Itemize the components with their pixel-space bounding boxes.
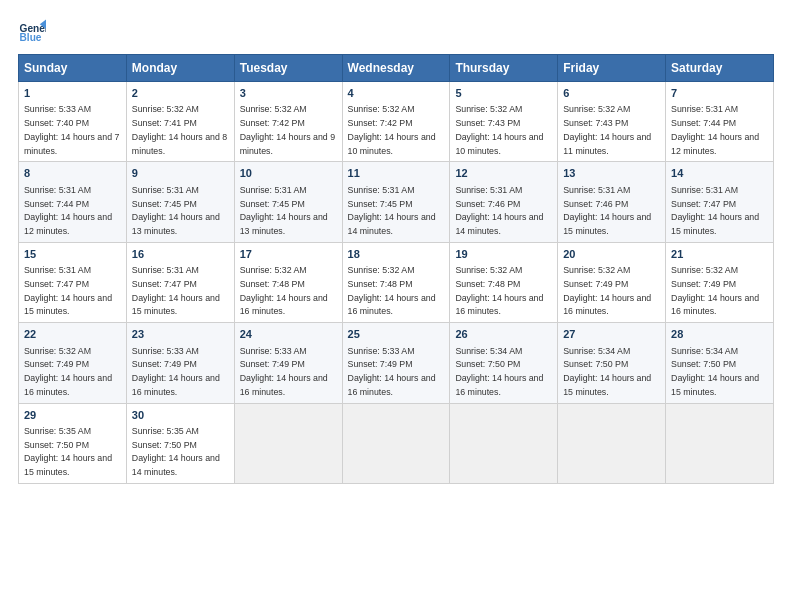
day-info: Sunrise: 5:31 AMSunset: 7:47 PMDaylight:…	[671, 185, 759, 236]
day-info: Sunrise: 5:32 AMSunset: 7:42 PMDaylight:…	[348, 104, 436, 155]
calendar-cell: 18 Sunrise: 5:32 AMSunset: 7:48 PMDaylig…	[342, 242, 450, 322]
calendar-cell: 17 Sunrise: 5:32 AMSunset: 7:48 PMDaylig…	[234, 242, 342, 322]
calendar-cell: 1 Sunrise: 5:33 AMSunset: 7:40 PMDayligh…	[19, 82, 127, 162]
day-number: 3	[240, 86, 337, 101]
day-info: Sunrise: 5:32 AMSunset: 7:42 PMDaylight:…	[240, 104, 335, 155]
calendar-cell: 4 Sunrise: 5:32 AMSunset: 7:42 PMDayligh…	[342, 82, 450, 162]
calendar-cell: 9 Sunrise: 5:31 AMSunset: 7:45 PMDayligh…	[126, 162, 234, 242]
calendar-cell: 8 Sunrise: 5:31 AMSunset: 7:44 PMDayligh…	[19, 162, 127, 242]
calendar-cell: 3 Sunrise: 5:32 AMSunset: 7:42 PMDayligh…	[234, 82, 342, 162]
day-info: Sunrise: 5:32 AMSunset: 7:49 PMDaylight:…	[563, 265, 651, 316]
header: General Blue	[18, 18, 774, 46]
page: General Blue SundayMondayTuesdayWednesda…	[0, 0, 792, 612]
calendar-cell	[342, 403, 450, 483]
calendar-cell: 25 Sunrise: 5:33 AMSunset: 7:49 PMDaylig…	[342, 323, 450, 403]
day-info: Sunrise: 5:32 AMSunset: 7:48 PMDaylight:…	[240, 265, 328, 316]
day-number: 19	[455, 247, 552, 262]
header-cell-wednesday: Wednesday	[342, 55, 450, 82]
day-info: Sunrise: 5:34 AMSunset: 7:50 PMDaylight:…	[671, 346, 759, 397]
day-info: Sunrise: 5:31 AMSunset: 7:44 PMDaylight:…	[671, 104, 759, 155]
day-info: Sunrise: 5:31 AMSunset: 7:45 PMDaylight:…	[132, 185, 220, 236]
calendar-cell: 11 Sunrise: 5:31 AMSunset: 7:45 PMDaylig…	[342, 162, 450, 242]
logo-icon: General Blue	[18, 18, 46, 46]
day-number: 13	[563, 166, 660, 181]
day-info: Sunrise: 5:32 AMSunset: 7:49 PMDaylight:…	[24, 346, 112, 397]
day-info: Sunrise: 5:32 AMSunset: 7:43 PMDaylight:…	[455, 104, 543, 155]
day-number: 23	[132, 327, 229, 342]
day-number: 28	[671, 327, 768, 342]
day-info: Sunrise: 5:35 AMSunset: 7:50 PMDaylight:…	[24, 426, 112, 477]
day-number: 11	[348, 166, 445, 181]
calendar-cell: 16 Sunrise: 5:31 AMSunset: 7:47 PMDaylig…	[126, 242, 234, 322]
day-info: Sunrise: 5:34 AMSunset: 7:50 PMDaylight:…	[455, 346, 543, 397]
day-number: 16	[132, 247, 229, 262]
day-number: 14	[671, 166, 768, 181]
day-number: 29	[24, 408, 121, 423]
calendar-cell: 7 Sunrise: 5:31 AMSunset: 7:44 PMDayligh…	[666, 82, 774, 162]
day-info: Sunrise: 5:31 AMSunset: 7:45 PMDaylight:…	[348, 185, 436, 236]
calendar-cell: 19 Sunrise: 5:32 AMSunset: 7:48 PMDaylig…	[450, 242, 558, 322]
day-info: Sunrise: 5:33 AMSunset: 7:49 PMDaylight:…	[348, 346, 436, 397]
calendar-cell: 22 Sunrise: 5:32 AMSunset: 7:49 PMDaylig…	[19, 323, 127, 403]
calendar-cell: 10 Sunrise: 5:31 AMSunset: 7:45 PMDaylig…	[234, 162, 342, 242]
day-info: Sunrise: 5:32 AMSunset: 7:49 PMDaylight:…	[671, 265, 759, 316]
calendar-cell: 20 Sunrise: 5:32 AMSunset: 7:49 PMDaylig…	[558, 242, 666, 322]
day-info: Sunrise: 5:32 AMSunset: 7:48 PMDaylight:…	[348, 265, 436, 316]
calendar-cell: 29 Sunrise: 5:35 AMSunset: 7:50 PMDaylig…	[19, 403, 127, 483]
calendar-cell: 12 Sunrise: 5:31 AMSunset: 7:46 PMDaylig…	[450, 162, 558, 242]
header-cell-thursday: Thursday	[450, 55, 558, 82]
day-info: Sunrise: 5:32 AMSunset: 7:48 PMDaylight:…	[455, 265, 543, 316]
logo: General Blue	[18, 18, 50, 46]
day-info: Sunrise: 5:33 AMSunset: 7:49 PMDaylight:…	[240, 346, 328, 397]
day-info: Sunrise: 5:35 AMSunset: 7:50 PMDaylight:…	[132, 426, 220, 477]
week-row-5: 29 Sunrise: 5:35 AMSunset: 7:50 PMDaylig…	[19, 403, 774, 483]
calendar-cell: 24 Sunrise: 5:33 AMSunset: 7:49 PMDaylig…	[234, 323, 342, 403]
day-number: 24	[240, 327, 337, 342]
header-cell-monday: Monday	[126, 55, 234, 82]
day-number: 17	[240, 247, 337, 262]
day-info: Sunrise: 5:31 AMSunset: 7:47 PMDaylight:…	[24, 265, 112, 316]
day-number: 9	[132, 166, 229, 181]
calendar-cell: 23 Sunrise: 5:33 AMSunset: 7:49 PMDaylig…	[126, 323, 234, 403]
header-cell-saturday: Saturday	[666, 55, 774, 82]
day-info: Sunrise: 5:31 AMSunset: 7:46 PMDaylight:…	[455, 185, 543, 236]
calendar-cell: 5 Sunrise: 5:32 AMSunset: 7:43 PMDayligh…	[450, 82, 558, 162]
day-number: 7	[671, 86, 768, 101]
day-info: Sunrise: 5:32 AMSunset: 7:43 PMDaylight:…	[563, 104, 651, 155]
calendar-cell: 27 Sunrise: 5:34 AMSunset: 7:50 PMDaylig…	[558, 323, 666, 403]
calendar-cell: 15 Sunrise: 5:31 AMSunset: 7:47 PMDaylig…	[19, 242, 127, 322]
day-number: 4	[348, 86, 445, 101]
day-number: 21	[671, 247, 768, 262]
header-cell-friday: Friday	[558, 55, 666, 82]
calendar-cell	[666, 403, 774, 483]
day-info: Sunrise: 5:31 AMSunset: 7:44 PMDaylight:…	[24, 185, 112, 236]
header-cell-sunday: Sunday	[19, 55, 127, 82]
day-info: Sunrise: 5:32 AMSunset: 7:41 PMDaylight:…	[132, 104, 227, 155]
header-cell-tuesday: Tuesday	[234, 55, 342, 82]
calendar-cell: 13 Sunrise: 5:31 AMSunset: 7:46 PMDaylig…	[558, 162, 666, 242]
day-number: 30	[132, 408, 229, 423]
calendar-cell: 14 Sunrise: 5:31 AMSunset: 7:47 PMDaylig…	[666, 162, 774, 242]
calendar-cell	[558, 403, 666, 483]
day-number: 18	[348, 247, 445, 262]
day-number: 6	[563, 86, 660, 101]
day-number: 15	[24, 247, 121, 262]
day-number: 27	[563, 327, 660, 342]
day-number: 20	[563, 247, 660, 262]
calendar-cell: 2 Sunrise: 5:32 AMSunset: 7:41 PMDayligh…	[126, 82, 234, 162]
calendar-cell	[450, 403, 558, 483]
week-row-3: 15 Sunrise: 5:31 AMSunset: 7:47 PMDaylig…	[19, 242, 774, 322]
day-number: 12	[455, 166, 552, 181]
week-row-2: 8 Sunrise: 5:31 AMSunset: 7:44 PMDayligh…	[19, 162, 774, 242]
calendar-table: SundayMondayTuesdayWednesdayThursdayFrid…	[18, 54, 774, 484]
svg-text:Blue: Blue	[20, 32, 42, 43]
header-row: SundayMondayTuesdayWednesdayThursdayFrid…	[19, 55, 774, 82]
day-info: Sunrise: 5:31 AMSunset: 7:47 PMDaylight:…	[132, 265, 220, 316]
calendar-cell: 21 Sunrise: 5:32 AMSunset: 7:49 PMDaylig…	[666, 242, 774, 322]
week-row-1: 1 Sunrise: 5:33 AMSunset: 7:40 PMDayligh…	[19, 82, 774, 162]
calendar-cell	[234, 403, 342, 483]
day-number: 26	[455, 327, 552, 342]
day-info: Sunrise: 5:34 AMSunset: 7:50 PMDaylight:…	[563, 346, 651, 397]
day-number: 25	[348, 327, 445, 342]
week-row-4: 22 Sunrise: 5:32 AMSunset: 7:49 PMDaylig…	[19, 323, 774, 403]
